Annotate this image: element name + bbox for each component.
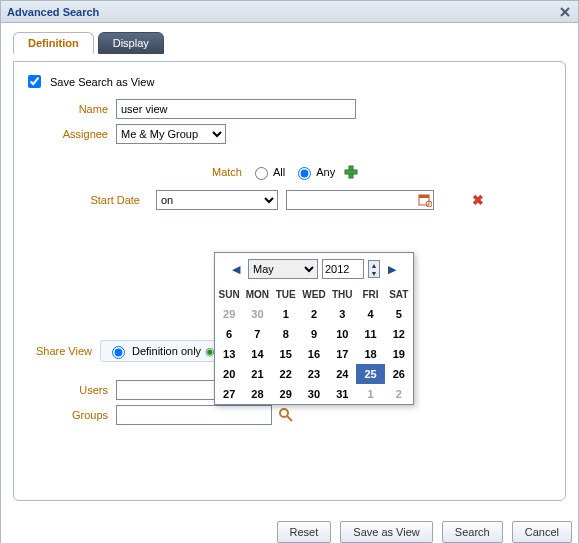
calendar-year-spinner[interactable]: ▲ ▼ (368, 260, 380, 278)
close-icon[interactable] (558, 5, 572, 19)
groups-input[interactable] (116, 405, 272, 425)
calendar-day[interactable]: 26 (385, 364, 413, 384)
calendar-day[interactable]: 13 (215, 344, 243, 364)
calendar-day[interactable]: 4 (356, 304, 384, 324)
calendar-day[interactable]: 18 (356, 344, 384, 364)
dialog-window: Advanced Search Definition Display Save … (0, 0, 579, 543)
svg-line-10 (287, 416, 292, 421)
window-title: Advanced Search (7, 1, 99, 23)
calendar-popup: ◀ May ▲ ▼ ▶ SUNMONTUEWEDTHUFRISAT 293012… (214, 252, 414, 405)
definition-only-label: Definition only (132, 345, 201, 357)
svg-rect-5 (419, 195, 429, 198)
save-as-view-button[interactable]: Save as View (340, 521, 432, 543)
startdate-input[interactable] (287, 191, 417, 209)
calendar-weekday: MON (243, 285, 271, 304)
calendar-day[interactable]: 15 (272, 344, 300, 364)
calendar-day[interactable]: 20 (215, 364, 243, 384)
calendar-day[interactable]: 1 (272, 304, 300, 324)
calendar-year-input[interactable] (322, 259, 364, 279)
calendar-weekday: SAT (385, 285, 413, 304)
calendar-day[interactable]: 25 (356, 364, 384, 384)
tab-display[interactable]: Display (98, 32, 164, 54)
startdate-label: Start Date (24, 194, 148, 206)
calendar-day[interactable]: 17 (328, 344, 356, 364)
calendar-day[interactable]: 16 (300, 344, 328, 364)
calendar-picker-icon[interactable] (417, 192, 433, 208)
tab-content: Save Search as View Name Assignee Me & M… (13, 61, 566, 501)
calendar-day[interactable]: 11 (356, 324, 384, 344)
calendar-day[interactable]: 12 (385, 324, 413, 344)
calendar-day[interactable]: 1 (356, 384, 384, 404)
calendar-day[interactable]: 3 (328, 304, 356, 324)
tabstrip: Definition Display (13, 31, 566, 53)
calendar-day[interactable]: 30 (243, 304, 271, 324)
calendar-weekday: WED (300, 285, 328, 304)
definition-only-radio[interactable] (112, 346, 125, 359)
calendar-day[interactable]: 29 (272, 384, 300, 404)
calendar-day[interactable]: 24 (328, 364, 356, 384)
calendar-day[interactable]: 5 (385, 304, 413, 324)
search-button[interactable]: Search (442, 521, 503, 543)
titlebar: Advanced Search (1, 1, 578, 23)
match-label: Match (212, 166, 242, 178)
calendar-day[interactable]: 30 (300, 384, 328, 404)
match-all-option[interactable]: All (250, 164, 285, 180)
calendar-day[interactable]: 7 (243, 324, 271, 344)
match-any-option[interactable]: Any (293, 164, 335, 180)
calendar-day[interactable]: 22 (272, 364, 300, 384)
calendar-day[interactable]: 21 (243, 364, 271, 384)
calendar-day[interactable]: 9 (300, 324, 328, 344)
calendar-day[interactable]: 2 (300, 304, 328, 324)
assignee-select[interactable]: Me & My Group (116, 124, 226, 144)
name-input[interactable] (116, 99, 356, 119)
calendar-day[interactable]: 6 (215, 324, 243, 344)
match-all-radio[interactable] (255, 167, 268, 180)
calendar-day[interactable]: 10 (328, 324, 356, 344)
calendar-weekday: THU (328, 285, 356, 304)
cancel-button[interactable]: Cancel (512, 521, 572, 543)
calendar-prev-icon[interactable]: ◀ (228, 263, 244, 276)
calendar-next-icon[interactable]: ▶ (384, 263, 400, 276)
tab-definition[interactable]: Definition (13, 32, 94, 54)
dialog-body: Definition Display Save Search as View N… (1, 23, 578, 513)
match-any-radio[interactable] (298, 167, 311, 180)
calendar-month-select[interactable]: May (248, 259, 318, 279)
spinner-down-icon[interactable]: ▼ (369, 269, 379, 277)
calendar-day[interactable]: 29 (215, 304, 243, 324)
calendar-day[interactable]: 28 (243, 384, 271, 404)
dialog-footer: Reset Save as View Search Cancel (1, 513, 578, 543)
share-view-label: Share View (24, 345, 100, 357)
name-label: Name (24, 103, 116, 115)
calendar-grid: SUNMONTUEWEDTHUFRISAT 293012345678910111… (215, 285, 413, 404)
reset-button[interactable]: Reset (277, 521, 332, 543)
groups-label: Groups (24, 409, 116, 421)
groups-search-icon[interactable] (278, 407, 294, 423)
save-as-view-label: Save Search as View (50, 76, 154, 88)
svg-point-9 (280, 409, 288, 417)
calendar-day[interactable]: 31 (328, 384, 356, 404)
calendar-weekday: SUN (215, 285, 243, 304)
save-as-view-checkbox[interactable] (28, 75, 41, 88)
calendar-weekday: FRI (356, 285, 384, 304)
add-criterion-icon[interactable] (343, 164, 359, 180)
spinner-up-icon[interactable]: ▲ (369, 261, 379, 269)
calendar-weekday: TUE (272, 285, 300, 304)
calendar-day[interactable]: 8 (272, 324, 300, 344)
calendar-day[interactable]: 14 (243, 344, 271, 364)
remove-criterion-icon[interactable]: ✖ (472, 192, 484, 208)
startdate-operator-select[interactable]: on (156, 190, 278, 210)
calendar-day[interactable]: 2 (385, 384, 413, 404)
users-label: Users (24, 384, 116, 396)
calendar-day[interactable]: 27 (215, 384, 243, 404)
calendar-day[interactable]: 23 (300, 364, 328, 384)
assignee-label: Assignee (24, 128, 116, 140)
calendar-day[interactable]: 19 (385, 344, 413, 364)
svg-rect-3 (345, 170, 357, 174)
